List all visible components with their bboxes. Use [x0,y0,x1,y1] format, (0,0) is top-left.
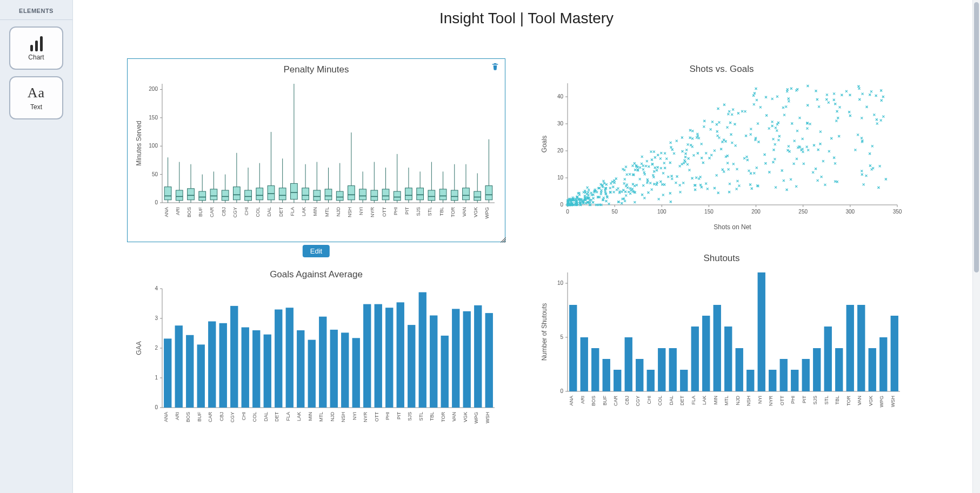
svg-text:CHI: CHI [244,207,249,216]
svg-text:5: 5 [560,334,563,340]
svg-text:BOS: BOS [186,207,192,217]
svg-rect-188 [252,330,260,408]
svg-text:100: 100 [149,143,158,149]
svg-text:DAL: DAL [669,396,674,405]
svg-text:TBL: TBL [439,207,444,216]
svg-rect-273 [746,370,754,391]
svg-text:3: 3 [155,315,158,321]
svg-rect-271 [736,348,743,391]
svg-rect-285 [813,348,821,391]
bar-chart-icon [30,35,43,51]
svg-rect-174 [175,325,183,408]
chart-widget-scatter[interactable]: Shots vs. Goals 050100150200250300350010… [532,58,911,242]
svg-rect-259 [669,348,677,391]
svg-text:Number of Shutouts: Number of Shutouts [541,303,548,361]
svg-rect-243 [581,337,588,391]
svg-rect-261 [680,370,688,391]
trash-icon[interactable] [491,62,499,72]
svg-rect-257 [658,348,665,391]
svg-rect-255 [647,370,655,391]
svg-text:CAR: CAR [208,412,213,423]
svg-text:WPG: WPG [879,396,884,408]
svg-text:WPG: WPG [474,412,479,424]
svg-rect-194 [286,308,294,408]
svg-rect-253 [636,359,643,391]
chart-widget-penalty[interactable]: Penalty Minutes 050100150200Minutes Serv… [127,58,505,242]
svg-rect-78 [348,186,355,200]
svg-text:FLA: FLA [290,207,295,216]
svg-text:GAA: GAA [135,341,143,355]
svg-rect-176 [186,335,194,408]
scrollbar[interactable] [972,0,980,493]
edit-button[interactable]: Edit [303,245,330,257]
svg-text:250: 250 [798,209,808,215]
svg-text:NYI: NYI [352,412,357,420]
resize-handle-icon[interactable] [499,236,507,244]
svg-text:PHI: PHI [790,396,796,404]
svg-text:MTL: MTL [318,412,324,422]
svg-text:SJS: SJS [812,396,818,405]
bar-chart: 0510Number of ShutoutsANAARIBOSBUFCARCBJ… [538,267,905,424]
svg-rect-98 [405,188,412,200]
svg-rect-50 [268,186,275,200]
svg-text:TOR: TOR [441,412,446,422]
svg-rect-22 [188,189,195,200]
svg-rect-26 [199,191,206,201]
svg-rect-295 [869,348,876,391]
svg-text:BOS: BOS [591,396,596,406]
svg-rect-214 [397,302,404,408]
svg-rect-212 [385,308,393,408]
svg-text:LAK: LAK [702,396,707,405]
svg-text:CGY: CGY [635,396,641,407]
svg-text:FLA: FLA [285,412,291,421]
svg-text:ANA: ANA [164,207,169,217]
svg-text:CAR: CAR [613,396,618,407]
svg-rect-122 [474,191,481,201]
svg-rect-82 [359,189,366,200]
svg-text:LAK: LAK [301,207,306,216]
svg-text:VAN: VAN [451,412,457,422]
svg-text:ARI: ARI [175,412,180,420]
scrollbar-thumb[interactable] [974,2,979,272]
tool-chart[interactable]: Chart [9,26,63,70]
svg-text:10: 10 [557,280,564,286]
svg-text:300: 300 [846,209,855,215]
chart-widget-shutouts[interactable]: Shutouts 0510Number of ShutoutsANAARIBOS… [532,248,911,431]
chart-title: Shots vs. Goals [532,64,911,75]
svg-rect-249 [614,370,621,391]
svg-rect-110 [439,189,446,200]
svg-rect-247 [603,359,610,391]
svg-rect-263 [691,327,699,391]
svg-text:20: 20 [557,148,564,154]
svg-text:DET: DET [679,395,685,405]
svg-text:150: 150 [149,115,158,121]
svg-text:MTL: MTL [324,207,330,217]
svg-text:0: 0 [560,388,563,394]
svg-text:PHI: PHI [393,207,398,215]
svg-text:TBL: TBL [429,412,435,421]
svg-text:OTT: OTT [374,412,379,422]
svg-text:NSH: NSH [746,396,751,406]
svg-text:ARI: ARI [580,396,585,404]
svg-text:ARI: ARI [175,207,181,215]
chart-title: Shutouts [532,253,911,264]
svg-text:Shots on Net: Shots on Net [714,223,751,231]
svg-text:40: 40 [557,94,564,99]
svg-text:NJD: NJD [330,412,335,422]
svg-text:0: 0 [155,404,158,410]
chart-widget-gaa[interactable]: Goals Against Average 01234GAAANAARIBOSB… [127,264,505,448]
tool-text[interactable]: Aa Text [9,76,63,119]
svg-rect-293 [857,305,865,391]
svg-rect-90 [382,189,389,200]
svg-rect-208 [363,304,371,408]
svg-text:SJS: SJS [416,207,421,216]
svg-text:PHI: PHI [385,412,390,420]
svg-rect-46 [256,188,263,200]
svg-text:30: 30 [557,121,564,126]
svg-rect-70 [325,189,332,200]
svg-rect-184 [230,306,238,408]
svg-rect-94 [394,191,401,201]
svg-rect-106 [428,190,435,201]
svg-text:STL: STL [418,412,424,421]
svg-rect-118 [463,188,470,200]
